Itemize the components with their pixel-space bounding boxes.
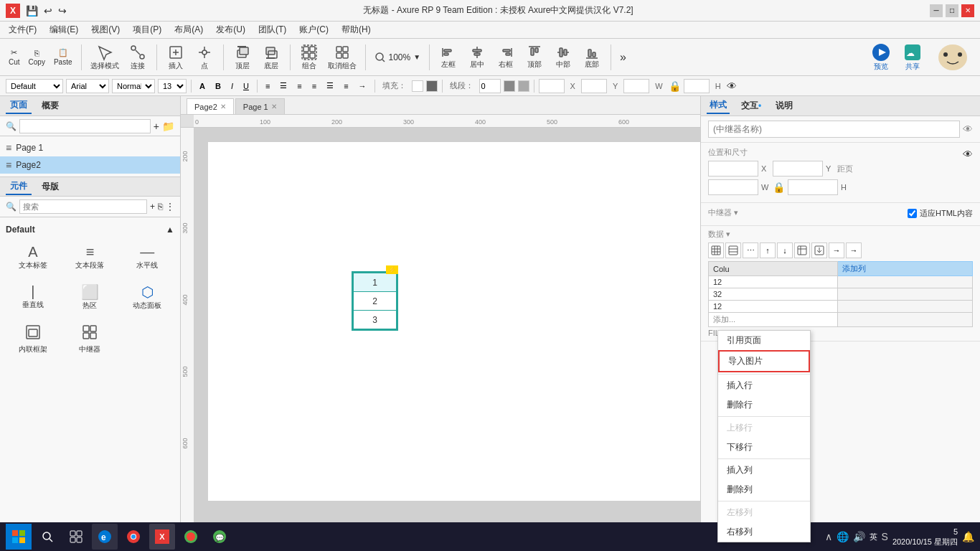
start-button[interactable] [6,524,32,550]
ime-icon[interactable]: S [882,531,888,542]
menu-team[interactable]: 团队(T) [253,22,292,37]
align-center-btn[interactable]: 居中 [464,42,490,73]
masters-tab[interactable]: 母版 [37,179,63,194]
stroke-value[interactable] [479,79,501,93]
html-content-checkbox[interactable] [908,209,917,218]
bullet-fmt[interactable]: ☰ [323,79,337,93]
title-icon-redo[interactable]: ↪ [58,5,67,17]
stroke-style[interactable] [518,80,529,92]
weight-select[interactable]: Normal [112,79,155,93]
data-tb-grid2[interactable] [725,242,741,258]
visibility-icon[interactable]: 👁 [963,123,973,135]
up-arrow-icon[interactable]: ∧ [825,531,832,542]
data-tb-table[interactable] [794,242,810,258]
data-add-label[interactable]: 添加... [709,313,838,327]
ctx-import-image[interactable]: 导入图片 [718,350,810,372]
y-input[interactable]: 358 [581,79,607,93]
data-tb-down[interactable]: ↓ [777,242,793,258]
menu-help[interactable]: 帮助(H) [336,22,377,37]
comp-more-icon[interactable]: ⋮ [166,202,174,212]
share-btn[interactable]: ☁ 共享 [900,42,925,73]
pages-search-input[interactable] [19,119,151,133]
align-just-fmt[interactable]: ≡ [308,79,320,93]
bottom-layer-btn[interactable]: 底层 [258,42,284,73]
components-search-input[interactable] [19,199,147,214]
group-collapse-icon[interactable]: ▲ [166,225,174,235]
bullet2-fmt[interactable]: ≡ [340,79,352,93]
h-input[interactable]: 90 [684,79,710,93]
taskview-btn[interactable] [63,524,89,550]
position-expand-icon[interactable]: 👁 [963,149,973,160]
size-select[interactable]: 13 [158,79,187,93]
data-cell-2-1[interactable]: 32 [709,288,838,301]
relay-label[interactable]: 中继器 ▾ [708,207,738,218]
data-tb-import[interactable] [811,242,827,258]
outline-tab[interactable]: 概要 [37,98,63,113]
add-col-btn[interactable]: 添加列 [838,262,973,276]
canvas-tab-page1[interactable]: Page 1 ✕ [235,98,285,114]
notification-icon[interactable]: 🔔 [962,531,974,542]
bold2-btn[interactable]: B [212,79,225,93]
data-tb-grid1[interactable] [708,242,724,258]
font-select[interactable]: Arial [66,79,109,93]
ctx-reference-page[interactable]: 引用页面 [718,331,810,350]
comp-add-icon[interactable]: + [150,202,155,212]
ctx-move-right[interactable]: 右移列 [718,522,810,542]
bold-btn[interactable]: A [196,79,209,93]
chrome-btn[interactable] [121,524,146,550]
desc-tab[interactable]: 说明 [773,98,796,113]
h-size-input[interactable]: 90 [788,179,838,195]
maximize-button[interactable]: □ [946,4,958,17]
page-item-1[interactable]: ≡ Page 1 [0,139,180,156]
canvas-tab-page2[interactable]: Page2 ✕ [187,98,234,114]
lock-icon[interactable]: 🔒 [669,80,681,92]
menu-account[interactable]: 账户(C) [293,22,334,37]
comp-iframe[interactable]: 内联框架 [6,319,60,359]
x-input[interactable]: 229 [539,79,565,93]
menu-view[interactable]: 视图(V) [85,22,126,37]
y-pos-input[interactable]: 358 [773,161,823,176]
ctx-insert-col[interactable]: 插入列 [718,461,810,480]
paste-btn[interactable]: 📋Paste [51,47,75,67]
comp-copy-icon[interactable]: ⎘ [158,202,163,212]
data-tb-dots[interactable]: ⋯ [743,242,758,258]
align-mid-btn[interactable]: 中部 [550,42,576,73]
fill-color[interactable] [412,80,423,92]
datetime-display[interactable]: 5 2020/10/15 星期四 [892,527,958,547]
eye-icon[interactable]: 👁 [727,80,737,92]
w-input[interactable]: 100 [623,79,649,93]
select-mode-btn[interactable]: 选择模式 [88,42,122,73]
data-tb-arrow-right2[interactable]: → [846,242,862,258]
title-icon-save[interactable]: 💾 [26,5,38,17]
axure-taskbar-btn[interactable]: X [149,524,175,550]
cut-btn[interactable]: ✂Cut [6,47,23,67]
indent-fmt[interactable]: → [355,79,370,93]
comp-hline[interactable]: — 水平线 [120,239,174,276]
repeater-widget[interactable]: ⚡ 1 2 3 [352,271,398,331]
canvas-tab-page2-close[interactable]: ✕ [220,103,226,110]
comp-hotspot[interactable]: ⬜ 热区 [63,278,118,316]
canvas-tab-page1-close[interactable]: ✕ [271,103,277,110]
point-btn[interactable]: 点 [192,42,217,73]
data-cell-1-1[interactable]: 12 [709,276,838,288]
ctx-insert-row[interactable]: 插入行 [718,376,810,395]
style-select[interactable]: Default [6,79,63,93]
align-center-fmt[interactable]: ☰ [276,79,291,93]
x-pos-input[interactable]: 229 [708,161,758,176]
ctx-delete-row[interactable]: 删除行 [718,395,810,415]
comp-vline[interactable]: | 垂直线 [6,278,60,316]
preview-btn[interactable]: 预览 [868,42,894,73]
group-btn[interactable]: 组合 [296,42,322,73]
more-btn[interactable]: » [617,51,629,64]
close-button[interactable]: ✕ [961,4,974,17]
italic-btn[interactable]: I [227,79,237,93]
comp-repeater[interactable]: 中继器 [63,319,118,359]
data-cell-3-1[interactable]: 12 [709,301,838,313]
components-tab[interactable]: 元件 [6,179,32,195]
align-right-btn[interactable]: 右框 [493,42,519,73]
w-size-input[interactable]: 100 [708,179,758,195]
fill-color2[interactable] [426,80,438,92]
network-icon[interactable]: 🌐 [837,531,849,542]
lock-size-icon[interactable]: 🔒 [773,182,785,193]
comp-text-label[interactable]: A 文本标签 [6,239,60,276]
